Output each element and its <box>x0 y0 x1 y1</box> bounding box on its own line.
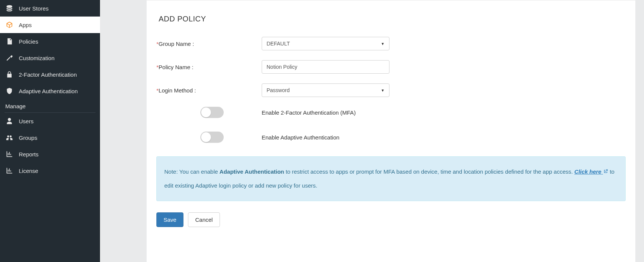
sidebar-item-label: Customization <box>19 55 55 61</box>
sidebar-section-manage: Manage <box>0 99 100 111</box>
sidebar-item-label: Groups <box>19 135 37 141</box>
sidebar-item-label: Adaptive Authentication <box>19 88 78 94</box>
label-login-method: *Login Method : <box>156 87 262 94</box>
caret-down-icon: ▼ <box>381 88 385 92</box>
cube-icon <box>5 21 14 29</box>
document-icon <box>5 38 14 45</box>
page-title: ADD POLICY <box>159 15 626 23</box>
toggle-knob <box>201 132 211 142</box>
sidebar-item-label: License <box>19 168 38 174</box>
row-mfa-toggle: Enable 2-Factor Authentication (MFA) <box>156 107 626 118</box>
input-policy-name[interactable] <box>262 60 389 74</box>
select-value: DEFAULT <box>267 41 290 47</box>
chart-icon <box>5 167 14 174</box>
note-click-here-link[interactable]: Click here <box>574 168 608 175</box>
users-icon <box>5 134 14 141</box>
select-login-method[interactable]: Password ▼ <box>262 83 389 97</box>
lock-icon <box>5 71 14 78</box>
sidebar-item-groups[interactable]: Groups <box>0 129 100 146</box>
toggle-mfa[interactable] <box>200 107 224 118</box>
sidebar-item-customization[interactable]: Customization <box>0 50 100 66</box>
database-icon <box>5 5 14 12</box>
toggle-adaptive[interactable] <box>200 132 224 143</box>
user-icon <box>5 117 14 125</box>
note-box: Note: You can enable Adaptive Authentica… <box>156 156 626 201</box>
sidebar-item-2fa[interactable]: 2-Factor Authentication <box>0 66 100 83</box>
sidebar-item-label: User Stores <box>19 5 48 12</box>
sidebar-item-label: 2-Factor Authentication <box>19 71 77 78</box>
row-login-method: *Login Method : Password ▼ <box>156 83 626 97</box>
select-value: Password <box>267 87 289 93</box>
wrench-icon <box>5 54 14 62</box>
shield-icon <box>5 87 14 95</box>
sidebar-item-users[interactable]: Users <box>0 113 100 129</box>
external-link-icon <box>603 165 608 179</box>
note-prefix: Note: You can enable <box>164 168 220 175</box>
sidebar-item-label: Policies <box>19 38 38 45</box>
sidebar-item-label: Reports <box>19 151 39 158</box>
content-area: ADD POLICY *Group Name : DEFAULT ▼ *Poli… <box>100 0 644 262</box>
row-group-name: *Group Name : DEFAULT ▼ <box>156 37 626 50</box>
label-mfa-toggle: Enable 2-Factor Authentication (MFA) <box>262 109 356 116</box>
label-group-name: *Group Name : <box>156 41 262 47</box>
caret-down-icon: ▼ <box>381 42 385 46</box>
cancel-button[interactable]: Cancel <box>188 212 220 227</box>
sidebar-item-user-stores[interactable]: User Stores <box>0 0 100 17</box>
row-adaptive-toggle: Enable Adaptive Authentication <box>156 132 626 143</box>
select-group-name[interactable]: DEFAULT ▼ <box>262 37 389 50</box>
row-policy-name: *Policy Name : <box>156 60 626 74</box>
sidebar-item-label: Apps <box>19 22 32 28</box>
label-adaptive-toggle: Enable Adaptive Authentication <box>262 134 339 141</box>
sidebar-item-adaptive-auth[interactable]: Adaptive Authentication <box>0 83 100 99</box>
sidebar: User Stores Apps Policies Customization … <box>0 0 100 262</box>
toggle-knob <box>201 108 211 117</box>
sidebar-item-apps[interactable]: Apps <box>0 17 100 33</box>
sidebar-item-label: Users <box>19 118 33 124</box>
note-bold: Adaptive Authentication <box>220 168 284 175</box>
sidebar-item-license[interactable]: License <box>0 162 100 179</box>
label-policy-name: *Policy Name : <box>156 64 262 70</box>
add-policy-panel: ADD POLICY *Group Name : DEFAULT ▼ *Poli… <box>147 0 635 262</box>
save-button[interactable]: Save <box>156 212 183 227</box>
sidebar-item-reports[interactable]: Reports <box>0 146 100 162</box>
note-mid: to restrict access to apps or prompt for… <box>284 168 574 175</box>
button-row: Save Cancel <box>156 212 626 227</box>
sidebar-item-policies[interactable]: Policies <box>0 33 100 50</box>
chart-icon <box>5 150 14 158</box>
